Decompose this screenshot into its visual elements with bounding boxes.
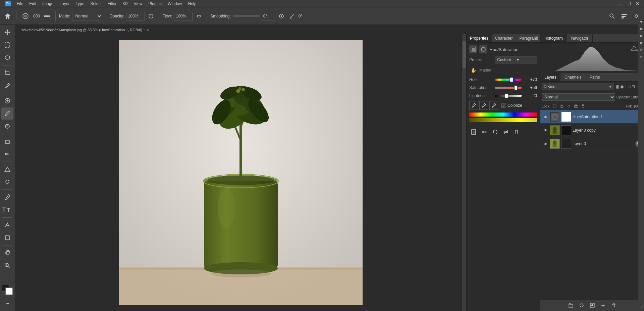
tab-navigator[interactable]: Navigator (567, 34, 593, 42)
lightness-thumb[interactable] (505, 93, 508, 98)
layers-search-input[interactable] (547, 84, 609, 89)
layer-vis-layer0[interactable] (542, 141, 548, 147)
background-color[interactable] (5, 287, 13, 295)
filter-adjustment-icon[interactable]: ◉ (620, 84, 624, 89)
layers-filter-dropdown[interactable]: ▼ (609, 85, 612, 89)
menu-image[interactable]: Image (40, 0, 56, 7)
zoom-tool-btn[interactable] (1, 260, 13, 272)
colorize-checkbox[interactable] (501, 103, 506, 108)
menu-layer[interactable]: Layer (57, 0, 72, 7)
menu-3d[interactable]: 3D (120, 0, 130, 7)
menu-type[interactable]: Type (73, 0, 87, 7)
brush-tool-btn[interactable] (1, 107, 13, 120)
document-tab[interactable]: zel-ribeiro-lr5SN8qn3KI-unsplash.jpg @ 3… (18, 26, 152, 34)
opacity-angle-btn[interactable] (147, 12, 155, 20)
lightness-slider-container[interactable] (495, 93, 522, 98)
prop-reset-btn[interactable] (491, 128, 499, 136)
properties-expand-btn[interactable]: » (530, 36, 532, 41)
tab-layers[interactable]: Layers (540, 73, 560, 81)
far-right-btn-4[interactable]: ▶ (640, 41, 643, 45)
mode-select[interactable]: Normal (72, 12, 102, 20)
shape-tool-btn[interactable] (1, 232, 13, 244)
filter-pixel-icon[interactable]: ▣ (615, 84, 619, 89)
brush-type-btn[interactable] (42, 12, 52, 20)
dodge-tool-btn[interactable] (1, 176, 13, 188)
far-right-btn-7[interactable]: ⊞ (640, 304, 643, 308)
new-group-btn[interactable] (567, 301, 575, 310)
hue-thumb[interactable] (510, 77, 513, 82)
properties-menu-btn[interactable]: ☰ (535, 36, 538, 41)
workspace-btn[interactable] (619, 12, 629, 20)
layer-item-layer0[interactable]: Layer 0 W (540, 137, 644, 150)
window-restore-btn[interactable]: ❐ (625, 0, 633, 7)
menu-window[interactable]: Window (165, 0, 185, 7)
prop-preset-dropdown[interactable]: Custom ▼ (495, 56, 537, 63)
prop-visibility-btn[interactable] (501, 128, 510, 136)
path-selection-tool-btn[interactable] (1, 219, 13, 231)
new-fill-adj-btn[interactable] (577, 301, 586, 310)
layer-item-layer0-copy[interactable]: Layer 0 copy (540, 124, 644, 137)
menu-help[interactable]: Help (185, 0, 199, 7)
menu-ps[interactable]: Ps (3, 0, 13, 7)
document-tab-close[interactable]: × (147, 28, 149, 32)
menu-plugins[interactable]: Plugins (146, 0, 164, 7)
eyedropper-sample-btn[interactable] (469, 101, 478, 110)
tab-channels[interactable]: Channels (560, 73, 586, 81)
flow-btn[interactable] (195, 12, 203, 20)
layer-vis-layer0-copy[interactable] (542, 127, 548, 133)
menu-filter[interactable]: Filter (105, 0, 119, 7)
crop-tool-btn[interactable] (1, 67, 13, 79)
menu-select[interactable]: Select (88, 0, 104, 7)
window-close-btn[interactable]: ✕ (634, 0, 641, 7)
filter-smartobj-icon[interactable]: ⊡ (632, 84, 635, 89)
prop-adjustment-icon-1[interactable] (469, 45, 477, 53)
brush-preset-btn[interactable] (20, 11, 31, 21)
hand-tool-btn[interactable] (1, 247, 13, 259)
eyedropper-tool-btn[interactable] (1, 80, 13, 92)
layers-search-box[interactable]: ▼ (542, 83, 613, 90)
eyedropper-subtract-btn[interactable]: - (489, 101, 498, 110)
gradient-tool-btn[interactable] (1, 148, 13, 160)
saturation-thumb[interactable] (514, 85, 518, 90)
more-tools-btn[interactable]: ••• (1, 298, 13, 310)
saturation-slider-container[interactable] (495, 85, 522, 90)
tab-paths[interactable]: Paths (586, 73, 604, 81)
prop-hand-btn[interactable]: ✋ (469, 66, 477, 74)
far-right-btn-6[interactable]: ≡ (640, 54, 642, 58)
window-minimize-btn[interactable]: — (615, 0, 624, 7)
layer-vis-hue-sat[interactable] (542, 114, 548, 120)
prop-adjustment-icon-2[interactable] (479, 45, 487, 53)
blend-mode-select[interactable]: Normal (542, 93, 615, 101)
layer-item-hue-sat[interactable]: Hue/Saturation 1 (540, 110, 644, 124)
prop-eye-btn[interactable] (480, 128, 489, 136)
tab-character[interactable]: Character (492, 34, 516, 42)
lock-position-btn[interactable] (566, 103, 572, 109)
add-mask-btn[interactable] (588, 301, 597, 310)
tab-properties[interactable]: Properties (467, 34, 492, 42)
menu-view[interactable]: View (131, 0, 145, 7)
blur-tool-btn[interactable] (1, 163, 13, 175)
text-tool-btn[interactable]: T T (1, 204, 13, 216)
menu-edit[interactable]: Edit (26, 0, 39, 7)
home-btn[interactable] (3, 12, 13, 20)
new-layer-btn[interactable] (599, 301, 607, 310)
prop-clip-btn[interactable] (469, 128, 478, 136)
search-btn[interactable] (607, 12, 617, 20)
lock-artboard-btn[interactable] (573, 103, 579, 109)
move-tool-btn[interactable] (1, 26, 13, 38)
eraser-tool-btn[interactable] (1, 135, 13, 147)
clone-tool-btn[interactable] (1, 120, 13, 132)
opacity-input[interactable] (126, 12, 145, 20)
far-right-btn-5[interactable]: A (640, 48, 642, 52)
far-right-btn-3[interactable]: ▶ (640, 34, 643, 38)
smoothing-input[interactable] (262, 12, 275, 20)
lock-all-btn[interactable] (580, 103, 586, 109)
prop-delete-btn[interactable] (512, 128, 521, 136)
lock-pixels-btn[interactable] (559, 103, 565, 109)
menu-file[interactable]: File (14, 0, 26, 7)
angle-btn[interactable] (288, 12, 297, 20)
vertical-scrollbar[interactable] (462, 34, 466, 311)
flow-input[interactable] (174, 12, 193, 20)
filter-shape-icon[interactable]: □ (628, 84, 631, 89)
lasso-tool-btn[interactable] (1, 52, 13, 64)
